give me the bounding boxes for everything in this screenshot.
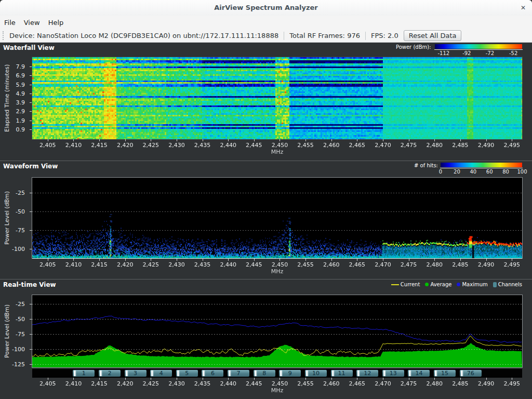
titlebar: AirView Spectrum Analyzer ✕ bbox=[0, 0, 532, 16]
channel-marker: 15 bbox=[434, 370, 456, 377]
x-tick-mark bbox=[409, 378, 409, 380]
total-frames-status: Total RF Frames: 976 bbox=[289, 32, 360, 39]
x-tick-mark bbox=[254, 139, 255, 141]
y-tick-label: -50 bbox=[16, 316, 25, 323]
x-tick-label: 2,460 bbox=[323, 380, 340, 387]
x-tick-mark bbox=[99, 259, 100, 261]
x-tick-label: 2,465 bbox=[349, 142, 366, 149]
x-tick-label: 2,450 bbox=[272, 142, 288, 149]
waveform-section-title: Waveform View bbox=[3, 163, 58, 170]
x-tick-label: 2,440 bbox=[220, 142, 236, 149]
x-tick-mark bbox=[331, 378, 332, 380]
x-tick-label: 2,440 bbox=[220, 380, 236, 387]
x-tick-label: 2,425 bbox=[143, 261, 159, 268]
y-tick-label: -25 bbox=[16, 190, 25, 196]
legend-tick-label: 20 bbox=[454, 169, 460, 175]
x-tick-label: 2,495 bbox=[503, 380, 520, 387]
window-title: AirView Spectrum Analyzer bbox=[0, 0, 532, 16]
realtime-section-title: Real-time View bbox=[3, 281, 56, 288]
menu-help[interactable]: Help bbox=[44, 17, 68, 28]
x-tick-label: 2,465 bbox=[349, 380, 366, 387]
x-tick-label: 2,470 bbox=[375, 261, 391, 268]
channel-marker: 9 bbox=[279, 370, 301, 377]
realtime-y-axis: -25-50-75-100-125 bbox=[0, 295, 32, 367]
channel-marker: 12 bbox=[356, 370, 378, 377]
channel-marker: 13 bbox=[382, 370, 404, 377]
y-tick-label: 4.9 bbox=[16, 90, 25, 97]
y-tick-label: 3.9 bbox=[16, 99, 25, 106]
legend-tick-label: -52 bbox=[509, 50, 517, 56]
x-tick-label: 2,410 bbox=[65, 380, 82, 387]
x-tick-label: 2,430 bbox=[168, 261, 185, 268]
x-tick-mark bbox=[357, 378, 357, 380]
section-divider bbox=[0, 161, 532, 161]
legend-label: Current bbox=[401, 282, 420, 287]
y-tick-mark bbox=[30, 334, 32, 335]
x-tick-mark bbox=[383, 139, 383, 141]
y-tick-mark bbox=[30, 66, 32, 67]
x-tick-mark bbox=[409, 139, 409, 141]
channel-marker: 2 bbox=[99, 370, 121, 377]
menu-view[interactable]: View bbox=[20, 17, 44, 28]
x-tick-label: 2,455 bbox=[297, 142, 314, 149]
menu-file[interactable]: File bbox=[0, 17, 20, 28]
channel-marker: 3 bbox=[125, 370, 147, 377]
reset-all-data-button[interactable]: Reset All Data bbox=[404, 30, 462, 41]
x-tick-mark bbox=[460, 259, 461, 261]
waveform-x-axis: 2,4052,4102,4152,4202,4252,4302,4352,440… bbox=[32, 259, 522, 269]
x-tick-label: 2,405 bbox=[39, 142, 56, 149]
x-tick-mark bbox=[125, 378, 126, 380]
x-tick-mark bbox=[48, 259, 48, 261]
y-tick-label: 0.9 bbox=[16, 126, 25, 133]
x-tick-label: 2,465 bbox=[349, 261, 366, 268]
x-tick-label: 2,415 bbox=[91, 142, 108, 149]
x-tick-mark bbox=[254, 378, 255, 380]
x-tick-mark bbox=[460, 378, 461, 380]
channel-marker: 7 bbox=[228, 370, 249, 377]
section-divider bbox=[0, 279, 532, 280]
x-tick-label: 2,495 bbox=[503, 261, 520, 268]
x-tick-mark bbox=[280, 139, 280, 141]
x-tick-label: 2,450 bbox=[272, 261, 288, 268]
legend-tick-label: 40 bbox=[470, 169, 476, 175]
legend-tick-label: 0 bbox=[439, 169, 442, 175]
y-tick-label: -125 bbox=[12, 361, 25, 368]
y-tick-mark bbox=[30, 121, 32, 121]
x-axis-unit: MHz bbox=[32, 387, 522, 394]
y-tick-label: 2.9 bbox=[16, 108, 25, 115]
fps-status: FPS: 2.0 bbox=[371, 32, 398, 39]
x-tick-mark bbox=[177, 139, 177, 141]
x-tick-mark bbox=[48, 378, 48, 380]
y-tick-label: 7.9 bbox=[16, 63, 25, 70]
x-tick-mark bbox=[486, 139, 487, 141]
x-tick-label: 2,495 bbox=[503, 142, 520, 149]
x-tick-label: 2,475 bbox=[401, 142, 417, 149]
legend-label: Average bbox=[430, 282, 451, 287]
channel-marker: 76 bbox=[460, 370, 482, 377]
legend-item-channels: Channels bbox=[493, 282, 522, 287]
x-tick-mark bbox=[512, 378, 512, 380]
device-status: Device: NanoStation Loco M2 (DC9FDB3E1CA… bbox=[9, 32, 278, 39]
x-tick-mark bbox=[254, 259, 255, 261]
close-icon[interactable]: ✕ bbox=[521, 0, 526, 16]
channel-bar: 12345678910111213141576 bbox=[32, 369, 522, 378]
legend-item-current: Current bbox=[391, 282, 420, 287]
x-tick-label: 2,405 bbox=[39, 380, 56, 387]
channel-marker: 8 bbox=[254, 370, 275, 377]
x-tick-label: 2,470 bbox=[375, 380, 391, 387]
y-tick-mark bbox=[30, 129, 32, 130]
y-tick-mark bbox=[30, 85, 32, 85]
x-tick-label: 2,480 bbox=[427, 142, 443, 149]
y-tick-label: -50 bbox=[16, 208, 25, 215]
x-tick-mark bbox=[460, 139, 461, 141]
y-tick-label: 6.9 bbox=[16, 72, 25, 79]
y-tick-mark bbox=[30, 111, 32, 112]
x-tick-mark bbox=[383, 378, 383, 380]
x-tick-label: 2,420 bbox=[117, 261, 134, 268]
x-tick-mark bbox=[331, 139, 332, 141]
realtime-plot bbox=[32, 295, 522, 367]
toolbar-drag-handle-icon[interactable] bbox=[3, 31, 5, 40]
x-tick-label: 2,485 bbox=[452, 142, 469, 149]
y-tick-mark bbox=[30, 211, 32, 212]
x-axis-unit: MHz bbox=[32, 149, 522, 155]
